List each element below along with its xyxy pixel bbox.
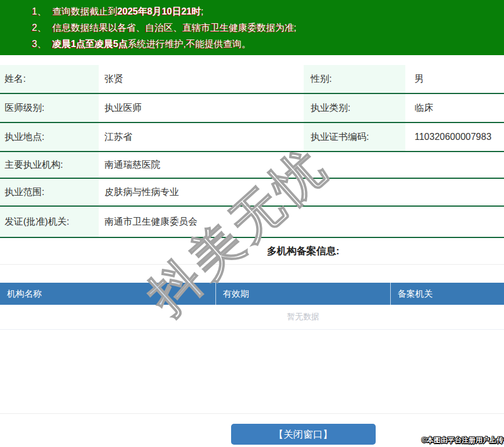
notice-number: 3、 — [32, 39, 46, 49]
notice-banner: 1、查询数据截止到2025年8月10日21时; 2、信息数据结果以各省、自治区、… — [0, 0, 504, 55]
field-label-certificate-number: 执业证书编码: — [304, 123, 405, 151]
spacer — [0, 330, 504, 414]
field-value-main-institution: 南通瑞慈医院 — [99, 152, 504, 178]
spacer — [0, 265, 504, 283]
notice-number: 1、 — [32, 6, 46, 16]
field-value-name: 张贤 — [99, 65, 304, 93]
field-label-name: 姓名: — [0, 65, 99, 93]
close-window-button[interactable]: 【关闭窗口】 — [231, 424, 376, 445]
field-label-gender: 性别: — [304, 65, 405, 93]
field-label-practice-location: 执业地点: — [0, 123, 99, 151]
field-label-issuing-authority: 发证(批准)机关: — [0, 207, 99, 237]
table-row: 主要执业机构: 南通瑞慈医院 — [0, 152, 504, 179]
page-title: 多机构备案信息: — [267, 244, 340, 258]
table-row: 姓名: 张贤 性别: 男 — [0, 65, 504, 94]
notice-text: 信息数据结果以各省、自治区、直辖市卫生健康委数据为准; — [52, 23, 296, 33]
field-value-gender: 男 — [405, 65, 504, 93]
field-value-certificate-number: 110320600007983 — [405, 123, 504, 151]
empty-data-text: 暂无数据 — [287, 312, 319, 322]
column-header-filing-authority: 备案机关 — [391, 283, 504, 305]
field-value-practice-scope: 皮肤病与性病专业 — [99, 179, 504, 206]
field-value-practice-location: 江苏省 — [99, 123, 304, 151]
copyright-stamp: ©本图由平台注册用户上传 — [422, 435, 503, 445]
filing-section-header: 多机构备案信息: — [0, 238, 504, 265]
filing-table-empty-row: 暂无数据 — [0, 305, 504, 330]
column-header-institution-name: 机构名称 — [0, 283, 216, 305]
table-row: 医师级别: 执业医师 执业类别: 临床 — [0, 94, 504, 123]
field-value-issuing-authority: 南通市卫生健康委员会 — [99, 207, 504, 237]
notice-number: 2、 — [32, 23, 46, 33]
notice-text: 查询数据截止到 — [52, 6, 117, 16]
table-row: 执业范围: 皮肤病与性病专业 — [0, 179, 504, 207]
notice-line-1: 1、查询数据截止到2025年8月10日21时; — [32, 3, 504, 20]
notice-text: ; — [201, 6, 203, 16]
notice-text-bold: 凌晨1点至凌晨5点 — [52, 39, 128, 49]
notice-text-bold: 2025年8月10日21时 — [117, 6, 201, 16]
field-label-practice-scope: 执业范围: — [0, 179, 99, 206]
field-value-doctor-level: 执业医师 — [99, 94, 304, 122]
field-label-main-institution: 主要执业机构: — [0, 152, 99, 178]
page-canvas: 1、查询数据截止到2025年8月10日21时; 2、信息数据结果以各省、自治区、… — [0, 0, 504, 445]
page-viewport: 1、查询数据截止到2025年8月10日21时; 2、信息数据结果以各省、自治区、… — [0, 0, 504, 447]
notice-line-3: 3、凌晨1点至凌晨5点系统进行维护,不能提供查询。 — [32, 36, 504, 52]
doctor-info-table: 姓名: 张贤 性别: 男 医师级别: 执业医师 执业类别: 临床 执业地点: 江… — [0, 65, 504, 238]
table-row: 执业地点: 江苏省 执业证书编码: 110320600007983 — [0, 123, 504, 152]
notice-text: 系统进行维护,不能提供查询。 — [128, 39, 251, 49]
field-label-practice-category: 执业类别: — [304, 94, 405, 122]
filing-table-header: 机构名称 有效期 备案机关 — [0, 283, 504, 305]
table-row: 发证(批准)机关: 南通市卫生健康委员会 — [0, 207, 504, 238]
column-header-validity-period: 有效期 — [216, 283, 391, 305]
notice-line-2: 2、信息数据结果以各省、自治区、直辖市卫生健康委数据为准; — [32, 20, 504, 36]
field-label-doctor-level: 医师级别: — [0, 94, 99, 122]
field-value-practice-category: 临床 — [405, 94, 504, 122]
